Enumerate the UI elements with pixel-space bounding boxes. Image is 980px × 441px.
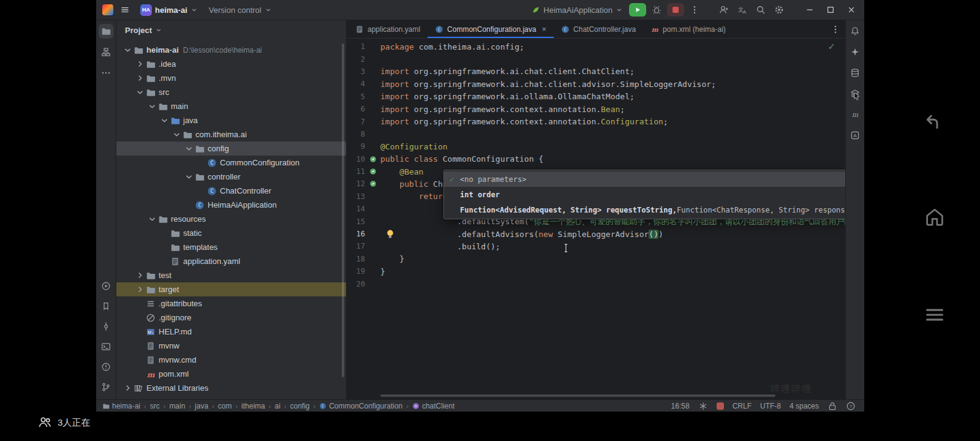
project-widget[interactable]: HA heima-ai (137, 2, 202, 18)
tree-item-src[interactable]: src (116, 85, 346, 99)
maximize-button[interactable] (821, 2, 840, 18)
tab-pom-xml-heima-ai[interactable]: mpom.xml (heima-ai) (643, 20, 733, 38)
tree-item-controller[interactable]: controller (116, 170, 346, 184)
tree-item-help-md[interactable]: M↓HELP.md (116, 325, 346, 339)
line-number[interactable]: 8 (347, 130, 365, 138)
tree-item-resources[interactable]: resources (116, 212, 346, 226)
chevron-right-icon[interactable] (123, 383, 133, 393)
nav-menu-button[interactable] (924, 304, 946, 326)
main-menu-button[interactable] (117, 2, 133, 18)
tree-item-heima-ai[interactable]: heima-aiD:\lesson\code\heima-ai (116, 43, 346, 57)
toolstrip-bookmarks-button[interactable] (99, 299, 113, 314)
chevron-down-icon[interactable] (184, 172, 194, 182)
chevron-down-icon[interactable] (159, 116, 170, 126)
toolstrip-terminal-button[interactable] (99, 339, 113, 354)
line-number[interactable]: 13 (347, 192, 365, 201)
tab-options-button[interactable] (831, 20, 845, 38)
tree-item-test[interactable]: test (116, 268, 346, 282)
breadcrumb-main[interactable]: main (169, 402, 185, 410)
toolstrip-version-control-button[interactable] (99, 380, 113, 394)
code-line-10[interactable]: 10public class CommonConfiguration { (347, 153, 845, 165)
line-number[interactable]: 11 (347, 167, 365, 176)
toolstrip-notifications-button[interactable] (848, 24, 862, 39)
breadcrumb-commonconfiguration[interactable]: CCommonConfiguration (319, 402, 402, 410)
code-with-me-button[interactable] (716, 2, 732, 18)
spring-bean-gutter-icon[interactable] (369, 168, 377, 175)
completion-item-2[interactable]: Function<AdvisedRequest, String> request… (444, 202, 845, 217)
line-separator-widget[interactable]: CRLF (733, 402, 752, 410)
tree-item-mvnw-cmd[interactable]: mvnw.cmd (116, 353, 346, 367)
toolstrip-structure-button[interactable] (99, 45, 113, 59)
line-number[interactable]: 18 (347, 255, 365, 263)
nav-back-button[interactable] (924, 110, 946, 132)
stop-button[interactable] (667, 3, 684, 17)
tab-chatcontroller-java[interactable]: CChatController.java (554, 20, 643, 38)
toolstrip-commit-button[interactable] (99, 319, 113, 334)
tree-item-gitattributes[interactable]: .gitattributes (116, 296, 346, 311)
run-button[interactable] (629, 3, 646, 17)
chevron-down-icon[interactable] (172, 130, 182, 140)
chevron-right-icon[interactable] (135, 271, 145, 281)
tree-item-static[interactable]: static (116, 226, 346, 240)
breadcrumb-com[interactable]: com (218, 402, 232, 410)
tree-item-templates[interactable]: templates (116, 240, 346, 254)
code-line-3[interactable]: 3import org.springframework.ai.chat.clie… (347, 66, 845, 78)
code-line-18[interactable]: 18 } (347, 253, 845, 265)
breadcrumb-ai[interactable]: ai (274, 402, 280, 410)
chevron-down-icon[interactable] (184, 144, 194, 154)
line-number[interactable]: 5 (347, 92, 365, 101)
toolstrip-run-button[interactable] (99, 279, 113, 293)
code-line-4[interactable]: 4import org.springframework.ai.chat.clie… (347, 78, 845, 90)
toolstrip-ai-assistant-button[interactable] (848, 45, 862, 59)
tree-item-main[interactable]: main (116, 99, 346, 113)
code-line-1[interactable]: 1package com.itheima.ai.config; (347, 40, 845, 53)
line-number[interactable]: 10 (347, 155, 365, 164)
breadcrumb-src[interactable]: src (150, 402, 160, 410)
line-number[interactable]: 2 (347, 55, 365, 64)
code-line-20[interactable]: 20 (347, 277, 845, 290)
tab-commonconfiguration-java[interactable]: CCommonConfiguration.java× (428, 20, 554, 38)
line-number[interactable]: 14 (347, 205, 365, 213)
tree-item-idea[interactable]: .idea (116, 57, 346, 71)
more-actions-button[interactable] (687, 2, 703, 18)
breadcrumb-config[interactable]: config (290, 402, 309, 410)
line-number[interactable]: 19 (347, 267, 365, 276)
code-line-5[interactable]: 5import org.springframework.ai.ollama.Ol… (347, 91, 845, 103)
toolstrip-project-button[interactable] (99, 24, 113, 39)
editor-hscrollbar[interactable] (380, 394, 775, 397)
lock-icon[interactable] (827, 401, 837, 411)
tree-item-heimaaiapplication[interactable]: CHeimaAiApplication (116, 198, 346, 212)
settings-button[interactable] (771, 2, 787, 18)
line-number[interactable]: 4 (347, 80, 365, 88)
spring-bean-gutter-icon[interactable] (369, 180, 377, 187)
tree-item-mvnw[interactable]: mvnw (116, 339, 346, 353)
debug-button[interactable] (649, 2, 665, 18)
tree-item-application-yaml[interactable]: application.yaml (116, 254, 346, 268)
line-number[interactable]: 16 (347, 230, 365, 238)
breadcrumb-heima-ai[interactable]: heima-ai (102, 402, 140, 410)
tree-item-pom-xml[interactable]: mpom.xml (116, 367, 346, 381)
run-config-widget[interactable]: HeimaAiApplication (528, 2, 627, 18)
breadcrumb-chatclient[interactable]: mchatClient (412, 402, 454, 410)
breadcrumb-java[interactable]: java (195, 402, 208, 410)
line-number[interactable]: 7 (347, 118, 365, 126)
inspection-status-icon[interactable]: ✓ (827, 41, 835, 52)
completion-item-0[interactable]: ✓<no parameters> (444, 172, 845, 187)
translate-button[interactable]: 文A (734, 2, 750, 18)
toolstrip-more-tools-button[interactable] (99, 66, 113, 80)
tree-item-java[interactable]: java (116, 113, 346, 127)
line-number[interactable]: 3 (347, 67, 365, 76)
close-button[interactable] (842, 2, 861, 18)
code-line-7[interactable]: 7import org.springframework.context.anno… (347, 115, 845, 127)
line-number[interactable]: 12 (347, 179, 365, 188)
code-line-17[interactable]: 17 .build(); (347, 240, 845, 252)
line-number[interactable]: 1 (347, 42, 365, 51)
line-number[interactable]: 9 (347, 142, 365, 151)
chevron-down-icon[interactable] (147, 102, 157, 111)
intention-bulb-icon[interactable] (385, 229, 395, 239)
project-panel-header[interactable]: Project (116, 20, 346, 40)
minimize-button[interactable] (801, 2, 819, 18)
chevron-down-icon[interactable] (135, 88, 145, 97)
code-line-2[interactable]: 2 (347, 53, 845, 65)
tree-item-chatcontroller[interactable]: CChatController (116, 184, 346, 198)
